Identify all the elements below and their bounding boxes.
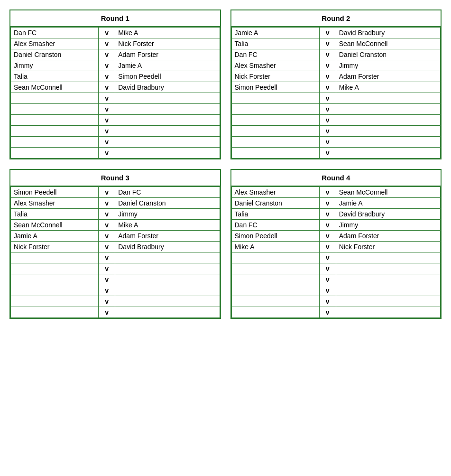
vs-label: v (319, 296, 336, 307)
home-team: Sean McConnell (11, 220, 99, 231)
table-row: Alex SmashervSean McConnell (231, 187, 441, 198)
away-team (115, 104, 220, 115)
table-row: v (231, 296, 441, 307)
table-row: v (11, 296, 220, 307)
vs-label: v (99, 49, 115, 60)
away-team (115, 274, 220, 285)
table-row: v (231, 137, 441, 148)
vs-label: v (319, 285, 336, 296)
table-row: v (11, 307, 220, 318)
away-team: Sean McConnell (336, 187, 440, 198)
table-row: Nick ForstervDavid Bradbury (11, 242, 220, 252)
table-row: Simon PeedellvMike A (231, 82, 441, 93)
table-row: v (231, 115, 441, 126)
table-row: TaliavDavid Bradbury (231, 209, 441, 220)
table-row: v (11, 252, 220, 263)
vs-label: v (99, 60, 115, 71)
home-team (11, 307, 99, 318)
home-team (231, 126, 319, 137)
home-team (231, 263, 319, 274)
table-row: v (231, 274, 441, 285)
away-team (115, 148, 220, 159)
away-team (336, 296, 440, 307)
away-team (336, 104, 440, 115)
vs-label: v (99, 198, 115, 209)
table-row: v (11, 104, 220, 115)
away-team: Jimmy (336, 60, 440, 71)
vs-label: v (99, 285, 115, 296)
round-3-container: Round 3Simon PeedellvDan FCAlex Smasherv… (9, 169, 221, 319)
table-row: v (11, 137, 220, 148)
table-row: Mike AvNick Forster (231, 242, 441, 252)
away-team: Mike A (115, 220, 220, 231)
vs-label: v (99, 231, 115, 242)
vs-label: v (99, 104, 115, 115)
home-team: Alex Smasher (231, 60, 319, 71)
home-team: Mike A (231, 242, 319, 252)
table-row: Daniel CranstonvAdam Forster (11, 49, 220, 60)
vs-label: v (319, 38, 336, 49)
round-3-table: Simon PeedellvDan FCAlex SmashervDaniel … (10, 187, 220, 318)
home-team: Alex Smasher (231, 187, 319, 198)
home-team (11, 93, 99, 104)
table-row: TaliavJimmy (11, 209, 220, 220)
away-team: David Bradbury (115, 242, 220, 252)
vs-label: v (99, 28, 115, 38)
away-team (115, 307, 220, 318)
home-team: Sean McConnell (11, 82, 99, 93)
home-team: Simon Peedell (11, 187, 99, 198)
home-team: Nick Forster (11, 242, 99, 252)
home-team (11, 126, 99, 137)
table-row: v (11, 126, 220, 137)
table-row: Dan FCvDaniel Cranston (231, 49, 441, 60)
table-row: Alex SmashervJimmy (231, 60, 441, 71)
home-team: Alex Smasher (11, 38, 99, 49)
home-team (11, 104, 99, 115)
table-row: v (231, 93, 441, 104)
away-team (115, 126, 220, 137)
vs-label: v (319, 82, 336, 93)
vs-label: v (319, 187, 336, 198)
away-team (115, 296, 220, 307)
table-row: Sean McConnellvMike A (11, 220, 220, 231)
vs-label: v (99, 137, 115, 148)
home-team: Talia (11, 71, 99, 82)
table-row: TaliavSimon Peedell (11, 71, 220, 82)
table-row: v (11, 115, 220, 126)
home-team (11, 285, 99, 296)
vs-label: v (319, 263, 336, 274)
away-team (336, 93, 440, 104)
table-row: v (231, 307, 441, 318)
away-team (115, 115, 220, 126)
away-team (115, 137, 220, 148)
home-team (231, 148, 319, 159)
vs-label: v (319, 137, 336, 148)
away-team: Mike A (336, 82, 440, 93)
home-team: Dan FC (231, 49, 319, 60)
vs-label: v (319, 60, 336, 71)
vs-label: v (319, 28, 336, 38)
away-team: David Bradbury (115, 82, 220, 93)
vs-label: v (319, 104, 336, 115)
vs-label: v (319, 126, 336, 137)
rounds-grid: Round 1Dan FCvMike AAlex SmashervNick Fo… (5, 5, 446, 324)
home-team: Alex Smasher (11, 198, 99, 209)
vs-label: v (319, 71, 336, 82)
table-row: Daniel CranstonvJamie A (231, 198, 441, 209)
away-team (336, 115, 440, 126)
table-row: TaliavSean McConnell (231, 38, 441, 49)
home-team (11, 148, 99, 159)
away-team (336, 252, 440, 263)
home-team: Simon Peedell (231, 231, 319, 242)
table-row: Jamie AvDavid Bradbury (231, 28, 441, 38)
away-team: Adam Forster (115, 49, 220, 60)
away-team: David Bradbury (336, 28, 440, 38)
vs-label: v (319, 93, 336, 104)
vs-label: v (99, 126, 115, 137)
table-row: Nick ForstervAdam Forster (231, 71, 441, 82)
vs-label: v (99, 209, 115, 220)
vs-label: v (319, 49, 336, 60)
away-team (336, 274, 440, 285)
away-team: Daniel Cranston (336, 49, 440, 60)
away-team (115, 263, 220, 274)
